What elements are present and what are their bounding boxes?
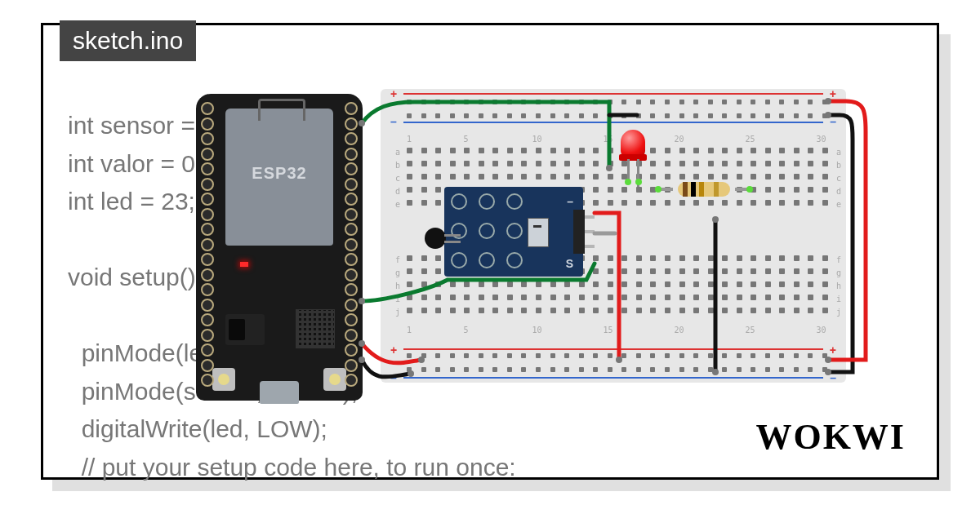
wokwi-logo: WOKWI — [755, 416, 906, 458]
wire-black-rail-link — [828, 115, 853, 372]
esp32-power-led — [240, 262, 248, 267]
wire-green-d23 — [362, 102, 609, 168]
wire-red-rail-link — [828, 101, 866, 360]
svg-point-10 — [825, 112, 831, 118]
preview-card: sketch.ino int sensor = 2; int valor = 0… — [41, 23, 939, 480]
file-tab[interactable]: sketch.ino — [60, 20, 196, 61]
svg-point-1 — [408, 370, 414, 377]
svg-point-7 — [606, 165, 612, 171]
esp32-usb-port — [260, 381, 299, 404]
svg-point-3 — [418, 357, 425, 363]
esp32-switch — [225, 314, 265, 345]
esp32-usb-chip — [296, 309, 335, 348]
file-tab-label: sketch.ino — [73, 27, 183, 54]
svg-point-13 — [825, 357, 831, 363]
circuit-diagram: + + – – + + – – 115510101515202025253030… — [333, 91, 970, 401]
svg-point-12 — [825, 98, 831, 104]
svg-point-9 — [712, 369, 719, 375]
svg-point-8 — [712, 216, 719, 223]
esp32-boot-button[interactable] — [212, 368, 235, 391]
esp32-label: ESP32 — [225, 164, 333, 183]
wokwi-logo-text: WOKWI — [755, 417, 906, 457]
svg-point-6 — [359, 120, 365, 126]
svg-point-4 — [359, 298, 365, 304]
wire-layer — [333, 91, 970, 401]
svg-point-2 — [359, 340, 365, 347]
esp32-shield: ESP32 — [225, 109, 333, 246]
svg-point-11 — [825, 369, 831, 375]
svg-point-5 — [616, 357, 622, 363]
wire-red-3v3 — [362, 343, 421, 363]
wire-green-d2 — [362, 264, 595, 301]
svg-point-0 — [359, 357, 365, 363]
